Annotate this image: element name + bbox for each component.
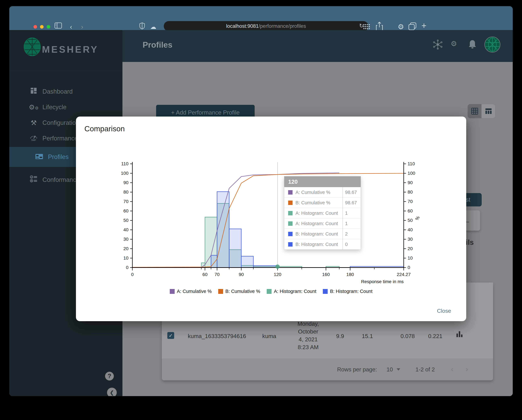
chart-tooltip: 120 A: Cumulative % 98.67 B: Cumulative … [284, 176, 361, 250]
app-grid-icon[interactable] [363, 23, 370, 30]
svg-text:80: 80 [123, 189, 129, 195]
svg-text:0: 0 [131, 272, 134, 277]
help-button[interactable]: ? [105, 372, 114, 381]
performance-speedometer-icon: SMP [29, 134, 39, 143]
row-date: Monday,October4, 20218:23 AM [290, 320, 326, 351]
cloud-icon[interactable]: ☁ [148, 22, 158, 31]
svg-text:90: 90 [123, 180, 129, 185]
tooltip-row: B: Histogram: Count 0 [284, 239, 361, 249]
tooltip-series-value: 1 [342, 208, 361, 218]
next-page-button[interactable]: › [466, 365, 468, 373]
series-swatch [288, 242, 292, 247]
tooltip-rows: A: Cumulative % 98.67 B: Cumulative % 98… [284, 187, 361, 249]
legend-item[interactable]: B: Histogram: Count [323, 289, 372, 294]
back-button[interactable]: ‹ [66, 22, 76, 31]
url-host: localhost:9081 [226, 23, 259, 29]
brand-row: MESHERY [9, 30, 123, 71]
x-axis-title: Response time in ms [295, 279, 404, 284]
sidebar-item-dashboard[interactable]: Dashboard [9, 84, 123, 99]
pagination-range: 1-2 of 2 [415, 366, 435, 373]
sidebar-item-label: Profiles [48, 153, 69, 160]
address-bar[interactable]: localhost:9081/performance/profiles ↻ [164, 21, 368, 31]
legend-item[interactable]: A: Cumulative % [170, 289, 212, 294]
share-icon[interactable] [376, 22, 383, 31]
close-window-button[interactable] [33, 25, 37, 29]
sidebar-item-label: Performance [42, 135, 78, 142]
tooltip-series-value: 98.67 [342, 198, 361, 208]
svg-text:180: 180 [346, 272, 354, 277]
lifecycle-gears-icon: ⚙⚙ [29, 103, 39, 111]
tooltip-title: 120 [284, 176, 361, 187]
table-view-button[interactable] [482, 104, 495, 118]
svg-text:40: 40 [408, 227, 413, 232]
svg-text:60: 60 [202, 272, 207, 277]
sidebar-item-label: Dashboard [42, 88, 73, 95]
legend-swatch [218, 289, 223, 294]
collapse-sidebar-button[interactable]: ❮ [107, 388, 117, 396]
bar-chart-icon[interactable] [456, 331, 463, 337]
chart-legend: A: Cumulative %B: Cumulative %A: Histogr… [76, 289, 466, 294]
legend-label: B: Cumulative % [225, 289, 260, 294]
svg-text:40: 40 [123, 227, 129, 232]
svg-text:%: % [414, 215, 421, 221]
legend-label: A: Histogram: Count [274, 289, 316, 294]
svg-text:10: 10 [123, 255, 129, 261]
svg-text:30: 30 [123, 237, 129, 242]
privacy-shield-icon[interactable] [139, 22, 145, 29]
svg-text:90: 90 [239, 272, 244, 277]
tooltip-series-value: 0 [342, 239, 361, 249]
sidebar-item-label: Conformance [42, 176, 79, 183]
svg-text:20: 20 [408, 246, 413, 251]
row-checkbox[interactable]: ✓ [167, 332, 174, 339]
dashboard-icon [29, 87, 39, 96]
svg-text:70: 70 [123, 199, 129, 204]
svg-text:0: 0 [408, 265, 410, 270]
settings-gear-icon[interactable]: ⚙ [451, 39, 457, 48]
svg-text:90: 90 [408, 180, 413, 185]
row-p50: 0.078 [400, 333, 415, 339]
grid-view-button[interactable] [468, 104, 482, 118]
svg-text:110: 110 [121, 161, 129, 166]
new-tab-icon[interactable]: + [419, 21, 429, 30]
meshery-logo-icon [23, 38, 41, 56]
tooltip-row: B: Cumulative % 98.67 [284, 197, 361, 208]
tooltip-series-label: A: Cumulative % [295, 190, 342, 195]
sidebar-toggle-icon[interactable] [54, 22, 62, 29]
svg-text:70: 70 [215, 272, 220, 277]
series-swatch [288, 201, 292, 205]
legend-swatch [267, 289, 272, 294]
svg-text:20: 20 [123, 246, 129, 251]
legend-item[interactable]: A: Histogram: Count [267, 289, 316, 294]
series-swatch [288, 190, 292, 195]
maximize-window-button[interactable] [47, 25, 50, 29]
rows-per-page-label: Rows per page: [337, 366, 377, 373]
previous-page-button[interactable]: ‹ [451, 365, 453, 373]
row-mesh: kuma [262, 333, 276, 339]
series-swatch [288, 232, 292, 236]
tooltip-series-label: A: Histogram: Count [295, 221, 342, 226]
tooltip-series-label: B: Histogram: Count [295, 231, 342, 237]
tooltip-series-label: A: Histogram: Count [295, 210, 342, 216]
close-button[interactable]: Close [437, 308, 451, 314]
tooltip-series-value: 1 [342, 218, 361, 229]
notifications-bell-icon[interactable] [468, 39, 477, 49]
tooltip-series-value: 98.67 [342, 187, 361, 197]
tooltip-row: B: Histogram: Count 2 [284, 229, 361, 239]
tooltip-row: A: Histogram: Count 1 [284, 218, 361, 229]
svg-text:110: 110 [408, 161, 415, 166]
tab-overview-icon[interactable] [408, 22, 416, 30]
conformance-checklist-icon [29, 175, 39, 184]
sidebar-item-lifecycle[interactable]: ⚙⚙ Lifecycle [9, 99, 123, 115]
settings-gear-icon[interactable]: ⚙ [396, 22, 406, 31]
minimize-window-button[interactable] [40, 25, 44, 29]
user-avatar[interactable] [484, 37, 500, 52]
legend-item[interactable]: B: Cumulative % [218, 289, 260, 294]
forward-button[interactable]: › [77, 22, 87, 31]
chevron-down-icon[interactable] [397, 368, 400, 371]
svg-text:120: 120 [274, 272, 281, 277]
service-mesh-hub-icon[interactable] [433, 39, 443, 50]
url-path: /performance/profiles [259, 23, 306, 29]
tooltip-row: A: Histogram: Count 1 [284, 208, 361, 218]
rows-per-page-select[interactable]: 10 [387, 366, 393, 373]
svg-text:0: 0 [126, 265, 129, 270]
